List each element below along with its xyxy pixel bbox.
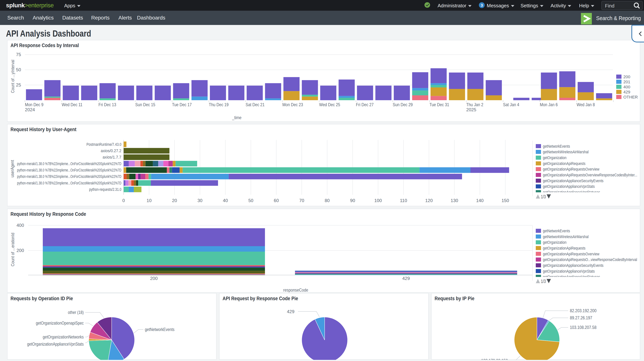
svg-text:python-requests/2.31.0: python-requests/2.31.0 [89,187,122,192]
svg-text:getOrganizationApiRequestsO...: getOrganizationApiRequestsO...viewRespon… [543,257,637,262]
svg-text:0: 0 [122,198,125,203]
svg-text:122.170.22.158: 122.170.22.158 [481,358,508,360]
svg-text:140: 140 [476,198,484,203]
svg-text:getNetworkWirelessAirMarshal: getNetworkWirelessAirMarshal [543,234,589,239]
svg-text:200: 200 [16,248,24,253]
svg-text:Wed Jan 8: Wed Jan 8 [577,102,595,107]
svg-text:150: 150 [502,198,509,203]
svg-text:Fri Dec 27: Fri Dec 27 [356,102,374,107]
svg-text:axios/1.7.7: axios/1.7.7 [103,155,122,160]
svg-text:1/3: 1/3 [541,278,546,284]
svg-text:400: 400 [16,223,24,228]
svg-text:getOrganizationApplianceVpnSta: getOrganizationApplianceVpnStats [543,269,595,274]
svg-text:2025: 2025 [466,107,476,112]
svg-text:30: 30 [198,198,202,203]
svg-text:Tue Dec 17: Tue Dec 17 [172,102,192,107]
svg-text:getNetworkEvents: getNetworkEvents [145,327,174,332]
svg-text:getOrganizationApplianceVpnSta: getOrganizationApplianceVpnStatuses [543,274,600,279]
svg-text:70: 70 [299,198,304,203]
svg-text:getOrganizationApiRequestsOver: getOrganizationApiRequestsOverviewRespon… [543,172,637,177]
svg-text:75: 75 [16,52,21,57]
svg-text:getOrganizationApiRequestsOver: getOrganizationApiRequestsOverview [543,167,599,172]
svg-text:Sat Jan 4: Sat Jan 4 [503,102,519,107]
svg-text:Fri Dec 13: Fri Dec 13 [98,102,116,107]
svg-text:130: 130 [451,198,458,203]
svg-text:103.108.207.58: 103.108.207.58 [570,325,596,330]
svg-text:OTHER: OTHER [623,95,638,100]
svg-text:120: 120 [425,198,433,203]
svg-text:200: 200 [150,276,158,281]
svg-text:userAgent: userAgent [10,160,15,177]
svg-text:200: 200 [623,74,630,79]
svg-text:Sun Dec 29: Sun Dec 29 [393,102,413,107]
svg-text:python-meraki/1.38.0 %7B%22imp: python-meraki/1.38.0 %7B%22impleme...OnF… [17,168,122,172]
svg-text:getOrganizationApiRequests: getOrganizationApiRequests [543,161,586,166]
svg-text:Wed Dec 11: Wed Dec 11 [62,102,82,107]
svg-text:Thu Jan 2: Thu Jan 2 [466,102,484,107]
svg-text:50: 50 [248,198,253,203]
svg-text:Mon Dec 23: Mon Dec 23 [282,102,303,107]
svg-text:Tue Dec 31: Tue Dec 31 [430,102,449,107]
svg-text:60: 60 [274,198,279,203]
svg-text:201: 201 [623,80,630,84]
svg-text:getOrganizationApplianceVpnSta: getOrganizationApplianceVpnStats [543,184,595,189]
svg-text:getOrganizationApplianceSecuri: getOrganizationApplianceSecurityEvents [543,178,604,183]
svg-text:429: 429 [402,276,410,281]
svg-text:25: 25 [16,82,21,88]
svg-text:getOrganizationApplianceVpnSta: getOrganizationApplianceVpnStats [27,342,84,346]
svg-text:Sun Dec 15: Sun Dec 15 [135,102,155,107]
svg-text:90: 90 [350,198,355,203]
svg-text:getOrganizationApplianceSecuri: getOrganizationApplianceSecurityEvents [543,263,604,268]
svg-text:40: 40 [223,198,228,203]
svg-text:82.203.192.200: 82.203.192.200 [570,308,596,313]
svg-text:python-meraki/1.38.0 %7B%22imp: python-meraki/1.38.0 %7B%22impleme...OnF… [17,181,122,186]
svg-text:python-meraki/1.38.0 %7B%22imp: python-meraki/1.38.0 %7B%22impleme...OnF… [17,174,122,179]
svg-text:50: 50 [16,67,21,72]
svg-text:Count of ...erationId: Count of ...erationId [10,233,15,266]
svg-text:Wed Dec 25: Wed Dec 25 [319,102,340,107]
svg-text:400: 400 [623,84,630,89]
svg-text:2024: 2024 [25,107,35,112]
svg-text:429: 429 [287,309,294,314]
svg-text:getNetworkEvents: getNetworkEvents [543,228,570,233]
svg-text:100: 100 [374,198,382,203]
svg-text:other (18): other (18) [68,310,84,315]
svg-text:80: 80 [325,198,330,203]
svg-text:getOrganization: getOrganization [543,240,566,245]
svg-text:getOrganizationApplianceVpnSta: getOrganizationApplianceVpnStatuses [543,190,600,194]
svg-text:getOrganizationApiRequests: getOrganizationApiRequests [543,246,586,250]
svg-text:110: 110 [400,198,407,203]
svg-text:getNetworkEvents: getNetworkEvents [543,144,570,148]
svg-text:responseCode: responseCode [283,288,308,292]
svg-text:python-meraki/1.38.0 %7B%22imp: python-meraki/1.38.0 %7B%22impleme...OnF… [17,161,122,166]
svg-text:Sat Dec 21: Sat Dec 21 [246,102,264,107]
svg-text:10: 10 [146,198,152,203]
svg-text:89.27.26.197: 89.27.26.197 [570,315,592,320]
svg-text:getOrganizationNetworks: getOrganizationNetworks [43,334,84,340]
svg-text:axios/0.27.2: axios/0.27.2 [101,148,122,153]
svg-text:getOrganization: getOrganization [543,155,566,160]
svg-text:Mon Jan 6: Mon Jan 6 [540,102,558,107]
svg-text:getOrganizationOpenapiSpec: getOrganizationOpenapiSpec [36,320,84,326]
svg-text:20: 20 [172,198,177,203]
svg-text:getOrganizationApiRequestsOver: getOrganizationApiRequestsOverview [543,252,599,256]
svg-text:Thu Dec 19: Thu Dec 19 [209,102,228,107]
svg-text:Mon Dec 9: Mon Dec 9 [25,102,44,107]
svg-text:PostmanRuntime/7.43.0: PostmanRuntime/7.43.0 [86,142,122,147]
svg-text:Count of ...yInterval: Count of ...yInterval [10,60,15,93]
svg-text:_time: _time [232,115,242,120]
svg-text:429: 429 [623,90,630,94]
svg-text:1/3: 1/3 [541,194,546,200]
svg-text:getNetworkWirelessAirMarshal: getNetworkWirelessAirMarshal [543,150,589,154]
